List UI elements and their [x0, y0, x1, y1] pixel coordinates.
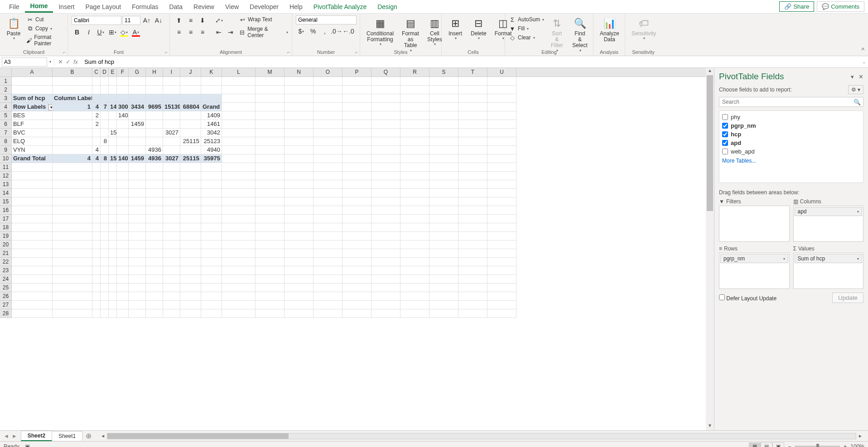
- zoom-level[interactable]: 100%: [850, 443, 864, 447]
- cell-U13[interactable]: [487, 180, 516, 189]
- cell-M15[interactable]: [256, 197, 285, 206]
- cell-M6[interactable]: [256, 120, 285, 129]
- cell-M13[interactable]: [256, 180, 285, 189]
- cell-O3[interactable]: [313, 94, 342, 103]
- bold-button[interactable]: B: [72, 27, 82, 37]
- cell-E13[interactable]: [109, 180, 117, 189]
- cell-Q5[interactable]: [371, 111, 400, 120]
- fill-color-button[interactable]: ◇▾: [119, 27, 130, 37]
- cell-D24[interactable]: [101, 275, 109, 284]
- cell-L9[interactable]: [222, 146, 256, 154]
- cell-P8[interactable]: [342, 137, 371, 146]
- cell-R8[interactable]: [400, 137, 429, 146]
- cell-F18[interactable]: [117, 223, 129, 232]
- more-tables-link[interactable]: More Tables...: [721, 156, 861, 166]
- cell-A1[interactable]: [12, 77, 53, 86]
- cell-I21[interactable]: [163, 249, 180, 258]
- cell-Q28[interactable]: [371, 309, 400, 318]
- cell-C12[interactable]: [92, 172, 101, 180]
- cell-T17[interactable]: [458, 215, 487, 223]
- cell-Q21[interactable]: [371, 249, 400, 258]
- cell-Q8[interactable]: [371, 137, 400, 146]
- cell-S11[interactable]: [429, 163, 458, 172]
- cell-G5[interactable]: [129, 111, 146, 120]
- cell-U7[interactable]: [487, 129, 516, 137]
- share-button[interactable]: 🔗Share: [779, 1, 814, 12]
- column-header-A[interactable]: A: [12, 68, 53, 77]
- cell-M7[interactable]: [256, 129, 285, 137]
- cell-A12[interactable]: [12, 172, 53, 180]
- alignment-launcher[interactable]: ⌐: [287, 50, 290, 55]
- cell-N1[interactable]: [285, 77, 313, 86]
- decrease-font-button[interactable]: A↓: [153, 15, 164, 25]
- align-top-button[interactable]: ⬆: [174, 15, 184, 25]
- cell-F24[interactable]: [117, 275, 129, 284]
- cell-B8[interactable]: [53, 137, 92, 146]
- cell-F14[interactable]: [117, 189, 129, 197]
- cell-U26[interactable]: [487, 292, 516, 301]
- cell-F11[interactable]: [117, 163, 129, 172]
- cell-M17[interactable]: [256, 215, 285, 223]
- column-header-U[interactable]: U: [487, 68, 516, 77]
- cell-L19[interactable]: [222, 232, 256, 240]
- tab-page-layout[interactable]: Page Layout: [80, 1, 126, 12]
- cell-B15[interactable]: [53, 197, 92, 206]
- cell-H22[interactable]: [146, 258, 163, 266]
- cell-A23[interactable]: [12, 266, 53, 275]
- cell-M10[interactable]: [256, 154, 285, 163]
- cell-M19[interactable]: [256, 232, 285, 240]
- cell-D10[interactable]: 8: [101, 154, 109, 163]
- cell-K7[interactable]: 3042: [201, 129, 222, 137]
- cell-I19[interactable]: [163, 232, 180, 240]
- cell-O7[interactable]: [313, 129, 342, 137]
- cell-D28[interactable]: [101, 309, 109, 318]
- cell-B4[interactable]: 1: [53, 103, 92, 111]
- cell-R21[interactable]: [400, 249, 429, 258]
- cell-H28[interactable]: [146, 309, 163, 318]
- cell-D20[interactable]: [101, 240, 109, 249]
- row-header-20[interactable]: 20: [0, 240, 12, 249]
- cell-J17[interactable]: [180, 215, 201, 223]
- cell-I9[interactable]: [163, 146, 180, 154]
- cell-D17[interactable]: [101, 215, 109, 223]
- cell-E26[interactable]: [109, 292, 117, 301]
- cell-J23[interactable]: [180, 266, 201, 275]
- cell-K14[interactable]: [201, 189, 222, 197]
- cell-M25[interactable]: [256, 284, 285, 292]
- cell-J16[interactable]: [180, 206, 201, 215]
- accounting-button[interactable]: $▾: [296, 26, 307, 36]
- cell-C11[interactable]: [92, 163, 101, 172]
- cell-T23[interactable]: [458, 266, 487, 275]
- cell-J13[interactable]: [180, 180, 201, 189]
- cell-H27[interactable]: [146, 301, 163, 309]
- cell-E19[interactable]: [109, 232, 117, 240]
- cell-C25[interactable]: [92, 284, 101, 292]
- cell-T11[interactable]: [458, 163, 487, 172]
- cell-R4[interactable]: [400, 103, 429, 111]
- cell-Q6[interactable]: [371, 120, 400, 129]
- align-center-button[interactable]: ≡: [185, 27, 196, 37]
- cell-O15[interactable]: [313, 197, 342, 206]
- row-header-17[interactable]: 17: [0, 215, 12, 223]
- font-size-input[interactable]: [122, 16, 140, 25]
- cell-R25[interactable]: [400, 284, 429, 292]
- cell-F17[interactable]: [117, 215, 129, 223]
- cell-A6[interactable]: BLF: [12, 120, 53, 129]
- cell-S4[interactable]: [429, 103, 458, 111]
- sheet-nav-next[interactable]: ►: [11, 433, 18, 439]
- cell-R18[interactable]: [400, 223, 429, 232]
- format-painter-button[interactable]: 🖌Format Painter: [26, 34, 64, 47]
- cell-D14[interactable]: [101, 189, 109, 197]
- cell-F21[interactable]: [117, 249, 129, 258]
- row-header-21[interactable]: 21: [0, 249, 12, 258]
- cell-C20[interactable]: [92, 240, 101, 249]
- column-header-G[interactable]: G: [129, 68, 146, 77]
- cell-K1[interactable]: [201, 77, 222, 86]
- cell-P19[interactable]: [342, 232, 371, 240]
- row-header-26[interactable]: 26: [0, 292, 12, 301]
- cell-E21[interactable]: [109, 249, 117, 258]
- cell-R28[interactable]: [400, 309, 429, 318]
- cell-B16[interactable]: [53, 206, 92, 215]
- cell-H14[interactable]: [146, 189, 163, 197]
- cell-A27[interactable]: [12, 301, 53, 309]
